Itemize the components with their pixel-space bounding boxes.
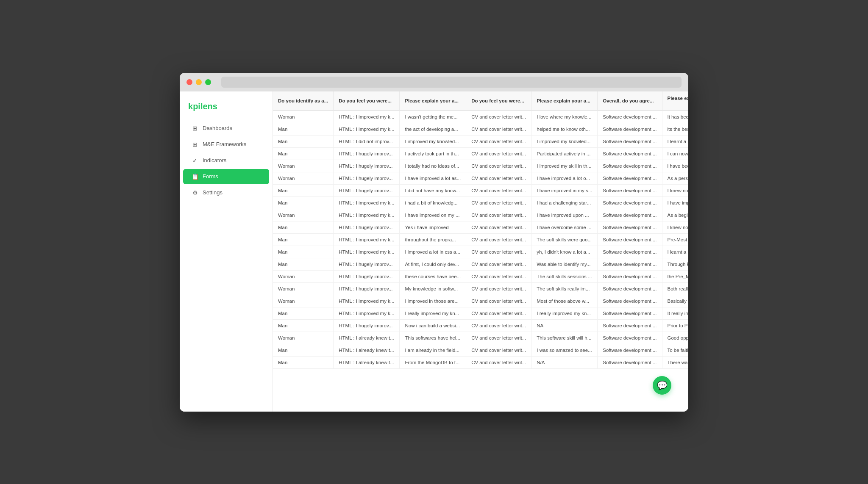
cell-2-4: I improved my knowled... [531, 135, 598, 147]
table-row: WomanHTML : I hugely improv...My knowled… [273, 282, 688, 295]
cell-6-1: HTML : I hugely improv... [334, 184, 400, 196]
cell-16-5: Software development ... [598, 307, 662, 319]
cell-0-6: It has because they gav... [662, 111, 688, 123]
app-logo: kpilens [180, 98, 273, 120]
table-row: ManHTML : I already knew t...I am alread… [273, 344, 688, 356]
cell-4-4: I improved my skill in th... [531, 160, 598, 172]
cell-16-4: I really improved my kn... [531, 307, 598, 319]
cell-18-4: This software skill will h... [531, 332, 598, 344]
cell-4-0: Woman [273, 160, 334, 172]
table-row: ManHTML : I hugely improv...I actively t… [273, 147, 688, 160]
cell-1-1: HTML : I improved my k... [334, 123, 400, 135]
cell-6-6: I knew nothing about a... [662, 184, 688, 196]
cell-11-0: Man [273, 246, 334, 258]
sidebar-item-label: Settings [203, 189, 223, 196]
cell-5-6: As a person with zero k... [662, 172, 688, 184]
cell-15-1: HTML : I improved my k... [334, 295, 400, 307]
sidebar-item-settings[interactable]: ⚙ Settings [183, 185, 269, 200]
cell-15-5: Software development ... [598, 295, 662, 307]
cell-0-4: I love where my knowle... [531, 111, 598, 123]
col-header-2[interactable]: Please explain your a... [400, 91, 466, 111]
cell-1-4: helped me to know oth... [531, 123, 598, 135]
table-row: ManHTML : I did not improv...I improved … [273, 135, 688, 147]
cell-13-4: The soft skills sessions ... [531, 270, 598, 282]
cell-13-5: Software development ... [598, 270, 662, 282]
col-header-1[interactable]: Do you feel you were... [334, 91, 400, 111]
cell-14-4: The soft skills really im... [531, 282, 598, 295]
sidebar-item-label: Dashboards [203, 125, 232, 131]
cell-9-4: I have overcome some ... [531, 221, 598, 233]
cell-14-0: Woman [273, 282, 334, 295]
cell-5-4: I have improved a lot o... [531, 172, 598, 184]
col-header-3[interactable]: Do you feel you were... [466, 91, 531, 111]
cell-20-3: CV and cover letter writ... [466, 356, 531, 368]
sidebar-item-me-frameworks[interactable]: ⊞ M&E Frameworks [183, 137, 269, 152]
grid-icon: ⊞ [192, 125, 198, 132]
cell-14-1: HTML : I hugely improv... [334, 282, 400, 295]
table-row: ManHTML : I hugely improv...Yes i have i… [273, 221, 688, 233]
table-row: WomanHTML : I already knew t...This soft… [273, 332, 688, 344]
cell-8-0: Woman [273, 209, 334, 221]
cell-14-5: Software development ... [598, 282, 662, 295]
titlebar [180, 73, 688, 91]
cell-2-6: I learnt a lot in the Pre-... [662, 135, 688, 147]
maximize-button[interactable] [205, 79, 211, 85]
cell-4-6: i have been adequately ... [662, 160, 688, 172]
cell-10-4: The soft skills were goo... [531, 233, 598, 246]
cell-19-5: Software development ... [598, 344, 662, 356]
col-header-0[interactable]: Do you identify as a... [273, 91, 334, 111]
cell-4-3: CV and cover letter writ... [466, 160, 531, 172]
table-container[interactable]: Do you identify as a... Do you feel you … [273, 91, 688, 412]
cell-9-2: Yes i have improved [400, 221, 466, 233]
minimize-button[interactable] [196, 79, 202, 85]
cell-8-2: I have improved on my ... [400, 209, 466, 221]
cell-5-5: Software development ... [598, 172, 662, 184]
table-row: ManHTML : I already knew t...From the Mo… [273, 356, 688, 368]
cell-7-0: Man [273, 196, 334, 209]
cell-12-6: Through Pre-Mest I go ... [662, 258, 688, 270]
cell-3-3: CV and cover letter writ... [466, 147, 531, 160]
cell-5-2: I have improved a lot as... [400, 172, 466, 184]
main-content: Do you identify as a... Do you feel you … [273, 91, 688, 412]
table-row: ManHTML : I improved my k...I improved a… [273, 246, 688, 258]
cell-2-1: HTML : I did not improv... [334, 135, 400, 147]
table-row: WomanHTML : I hugely improv...these cour… [273, 270, 688, 282]
cell-7-1: HTML : I improved my k... [334, 196, 400, 209]
cell-0-0: Woman [273, 111, 334, 123]
cell-17-2: Now i can build a websi... [400, 319, 466, 332]
cell-19-6: To be faithful, this has ... [662, 344, 688, 356]
url-bar[interactable] [221, 77, 682, 88]
cell-14-6: Both really helped me t... [662, 282, 688, 295]
cell-14-3: CV and cover letter writ... [466, 282, 531, 295]
cell-20-6: There was no way I cou... [662, 356, 688, 368]
cell-17-6: Prior to Pre-Mest i did ... [662, 319, 688, 332]
chat-button[interactable]: 💬 [653, 376, 671, 395]
col-header-5[interactable]: Overall, do you agre... [598, 91, 662, 111]
cell-6-2: I did not have any know... [400, 184, 466, 196]
sidebar-item-forms[interactable]: 📋 Forms [183, 169, 269, 184]
cell-3-4: Participated actively in ... [531, 147, 598, 160]
table-row: ManHTML : I improved my k...I really imp… [273, 307, 688, 319]
cell-12-2: At first, I could only dev... [400, 258, 466, 270]
cell-0-2: I wasn't getting the me... [400, 111, 466, 123]
cell-12-0: Man [273, 258, 334, 270]
cell-16-3: CV and cover letter writ... [466, 307, 531, 319]
cell-0-3: CV and cover letter writ... [466, 111, 531, 123]
cell-12-3: CV and cover letter writ... [466, 258, 531, 270]
cell-17-0: Man [273, 319, 334, 332]
cell-10-2: throughout the progra... [400, 233, 466, 246]
cell-5-3: CV and cover letter writ... [466, 172, 531, 184]
grid-icon: ⊞ [192, 141, 198, 148]
cell-18-5: Software development ... [598, 332, 662, 344]
cell-19-2: I am already in the field... [400, 344, 466, 356]
col-header-6[interactable]: Please explain your a... ▼ [662, 91, 688, 111]
sidebar-item-dashboards[interactable]: ⊞ Dashboards [183, 121, 269, 136]
cell-4-5: Software development ... [598, 160, 662, 172]
sidebar-item-indicators[interactable]: ✓ Indicators [183, 153, 269, 168]
close-button[interactable] [186, 79, 192, 85]
sidebar-item-label: Indicators [203, 157, 226, 163]
cell-15-3: CV and cover letter writ... [466, 295, 531, 307]
cell-16-6: It really improved my k... [662, 307, 688, 319]
col-header-4[interactable]: Please explain your a... [531, 91, 598, 111]
cell-18-2: This softwares have hel... [400, 332, 466, 344]
